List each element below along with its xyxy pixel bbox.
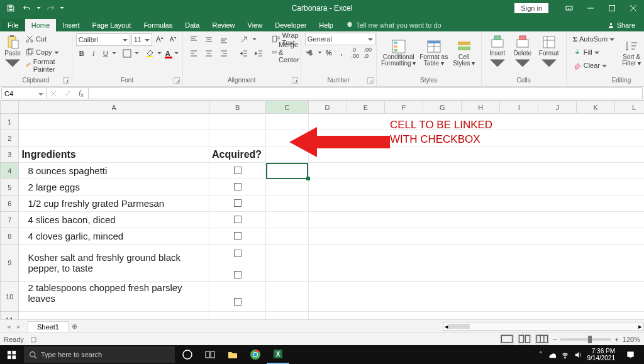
cell-A11[interactable] bbox=[19, 312, 209, 320]
delete-cells-button[interactable]: Delete bbox=[511, 33, 535, 73]
cell-B3[interactable]: Acquired? bbox=[209, 146, 265, 163]
fill-color-dropdown[interactable] bbox=[157, 47, 162, 60]
cut-button[interactable]: Cut bbox=[23, 33, 68, 45]
cell-C11[interactable] bbox=[266, 312, 308, 320]
insert-cells-button[interactable]: Insert bbox=[486, 33, 509, 73]
cell-A6[interactable]: 1/2 cup freshly grated Parmesan bbox=[19, 196, 209, 212]
col-header-F[interactable]: F bbox=[385, 101, 423, 114]
row-header-5[interactable]: 5 bbox=[1, 179, 19, 196]
accounting-format-button[interactable]: $ bbox=[305, 47, 316, 59]
signin-button[interactable]: Sign in bbox=[514, 3, 548, 13]
col-header-C[interactable]: C bbox=[266, 101, 308, 114]
tab-home[interactable]: Home bbox=[25, 19, 56, 31]
cell-D5[interactable] bbox=[308, 179, 644, 196]
start-button[interactable] bbox=[0, 345, 23, 364]
row-header-10[interactable]: 10 bbox=[1, 282, 19, 312]
italic-button[interactable]: I bbox=[88, 47, 99, 60]
format-painter-button[interactable]: Format Painter bbox=[23, 59, 68, 72]
row-header-3[interactable]: 3 bbox=[1, 146, 19, 163]
share-button[interactable]: Share bbox=[599, 19, 644, 31]
zoom-value[interactable]: 120% bbox=[623, 336, 640, 343]
cell-D6[interactable] bbox=[308, 196, 644, 212]
tab-review[interactable]: Review bbox=[206, 19, 241, 31]
col-header-J[interactable]: J bbox=[538, 101, 577, 114]
checkbox-icon[interactable] bbox=[234, 250, 242, 257]
copy-button[interactable]: Copy bbox=[23, 46, 68, 58]
save-icon[interactable] bbox=[4, 2, 18, 14]
cell-D4[interactable] bbox=[308, 163, 644, 179]
cell-C10[interactable] bbox=[266, 282, 308, 312]
tab-formulas[interactable]: Formulas bbox=[137, 19, 179, 31]
cell-styles-button[interactable]: CellStyles ▾ bbox=[451, 33, 477, 73]
align-middle-button[interactable] bbox=[202, 33, 216, 46]
chrome-button[interactable] bbox=[244, 345, 267, 364]
borders-dropdown[interactable] bbox=[135, 47, 139, 60]
onedrive-icon[interactable] bbox=[548, 351, 556, 359]
number-format-combo[interactable]: General bbox=[305, 33, 375, 45]
cell-C2[interactable] bbox=[266, 130, 308, 146]
cell-D3[interactable] bbox=[308, 146, 644, 163]
taskbar-clock[interactable]: 7:36 PM9/14/2021 bbox=[587, 348, 616, 361]
tray-expand-button[interactable]: ˄ bbox=[539, 351, 543, 359]
tab-file[interactable]: File bbox=[1, 19, 25, 31]
format-cells-button[interactable]: Format bbox=[536, 33, 562, 73]
close-button[interactable] bbox=[623, 0, 644, 16]
col-header-A[interactable]: A bbox=[19, 101, 209, 114]
cell-C1[interactable] bbox=[266, 114, 308, 130]
align-bottom-button[interactable] bbox=[217, 33, 231, 46]
cancel-entry-button[interactable] bbox=[47, 90, 60, 97]
col-header-H[interactable]: H bbox=[462, 101, 500, 114]
file-explorer-button[interactable] bbox=[221, 345, 244, 364]
undo-dropdown[interactable] bbox=[36, 2, 41, 14]
checkbox-icon[interactable] bbox=[234, 216, 242, 223]
cell-B7[interactable] bbox=[209, 212, 265, 228]
insert-function-button[interactable]: fx bbox=[74, 89, 88, 98]
fill-color-button[interactable] bbox=[143, 47, 157, 60]
cell-C4[interactable] bbox=[266, 163, 308, 179]
font-size-combo[interactable]: 11 bbox=[131, 33, 152, 46]
number-dialog-launcher[interactable] bbox=[367, 77, 374, 84]
increase-indent-button[interactable] bbox=[252, 47, 266, 60]
cell-B5[interactable] bbox=[209, 179, 265, 196]
cell-B10[interactable] bbox=[209, 282, 265, 312]
col-header-E[interactable]: E bbox=[347, 101, 385, 114]
cell-C3[interactable] bbox=[266, 146, 308, 163]
align-center-button[interactable] bbox=[202, 47, 216, 60]
row-header-4[interactable]: 4 bbox=[1, 163, 19, 179]
cell-D1[interactable] bbox=[308, 114, 644, 130]
row-header-1[interactable]: 1 bbox=[1, 114, 19, 130]
redo-icon[interactable] bbox=[43, 2, 57, 14]
page-layout-view-button[interactable] bbox=[518, 334, 531, 345]
font-name-combo[interactable]: Calibri bbox=[76, 33, 130, 46]
row-header-2[interactable]: 2 bbox=[1, 130, 19, 146]
bold-button[interactable]: B bbox=[76, 47, 87, 60]
checkbox-icon[interactable] bbox=[234, 199, 242, 207]
decrease-decimal-button[interactable]: .00.0 bbox=[362, 47, 374, 59]
cell-B1[interactable] bbox=[209, 114, 265, 130]
align-right-button[interactable] bbox=[217, 47, 231, 60]
page-break-view-button[interactable] bbox=[535, 334, 549, 345]
align-left-button[interactable] bbox=[187, 47, 201, 60]
tab-developer[interactable]: Developer bbox=[269, 19, 313, 31]
tab-view[interactable]: View bbox=[242, 19, 269, 31]
paste-button[interactable]: Paste bbox=[4, 33, 21, 73]
cell-B2[interactable] bbox=[209, 130, 265, 146]
cell-B8[interactable] bbox=[209, 228, 265, 245]
enter-entry-button[interactable] bbox=[60, 90, 74, 97]
underline-button[interactable]: U bbox=[100, 47, 111, 60]
new-sheet-button[interactable]: ⊕ bbox=[69, 323, 81, 331]
col-header-I[interactable]: I bbox=[500, 101, 538, 114]
cell-D2[interactable] bbox=[308, 130, 644, 146]
comma-button[interactable]: , bbox=[336, 47, 347, 59]
wifi-icon[interactable] bbox=[561, 351, 569, 359]
cell-B9[interactable] bbox=[209, 245, 265, 282]
cell-A8[interactable]: 4 cloves garlic, minced bbox=[19, 228, 209, 245]
format-as-table-button[interactable]: Format asTable ▾ bbox=[418, 33, 450, 73]
tab-page-layout[interactable]: Page Layout bbox=[86, 19, 138, 31]
tell-me-search[interactable]: Tell me what you want to do bbox=[340, 19, 448, 31]
cell-A1[interactable] bbox=[19, 114, 209, 130]
sheet-tab-sheet1[interactable]: Sheet1 bbox=[28, 321, 69, 332]
cell-C9[interactable] bbox=[266, 245, 308, 282]
col-header-L[interactable]: L bbox=[615, 101, 644, 114]
accounting-dropdown[interactable] bbox=[318, 47, 322, 59]
